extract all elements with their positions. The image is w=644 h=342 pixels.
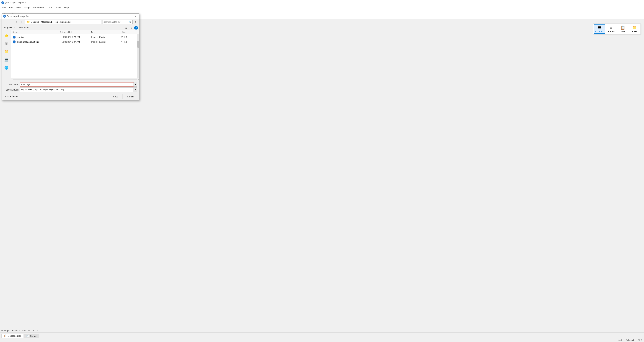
left-nav-desktop[interactable]: 🖥 (3, 40, 10, 47)
nav-up-button[interactable]: ↑ (19, 20, 24, 24)
menu-view[interactable]: View (14, 6, 23, 10)
message-label-script[interactable]: Script (32, 330, 38, 332)
hscroll-right-button[interactable]: › (138, 78, 139, 80)
view-list-button[interactable]: ☰ (124, 26, 128, 30)
app-title: (new script)* - Inquisit 7 (5, 2, 619, 4)
save-dialog: I Save Inquisit script file ✕ ← → ∨ ↑ 📁 … (2, 14, 140, 100)
message-label-attribute[interactable]: Attribute (22, 330, 30, 332)
col-type[interactable]: Type (91, 31, 122, 34)
new-folder-button[interactable]: New folder (18, 26, 30, 29)
savetype-select[interactable]: Inquisit Files (*.iqjs *.iqx *.iqjsc *.i… (20, 88, 137, 92)
file-icon-0: 🔵 (12, 36, 16, 39)
output-icon: 📄 (26, 334, 29, 337)
title-bar: I (new script)* - Inquisit 7 ─ □ ✕ (0, 0, 644, 6)
sort-view-tabs: ☰ Alphabetic ≡ Position 📋 Type 📁 Folder (593, 24, 641, 34)
filename-dropdown-arrow[interactable]: ▼ (134, 82, 137, 86)
dialog-overlay: I Save Inquisit script file ✕ ← → ∨ ↑ 📁 … (0, 10, 644, 342)
vertical-scrollbar[interactable] (137, 34, 139, 78)
menu-experiment[interactable]: Experiment (32, 6, 46, 10)
breadcrumb-batchfolder: batchfolder (60, 21, 71, 23)
window-controls: ─ □ ✕ (619, 0, 643, 6)
type-icon: 📋 (620, 26, 625, 30)
left-nav-folder[interactable]: 📁 (3, 48, 10, 55)
file-area: Name ↑ Date modified Type Size 🔵 bart.iq… (11, 30, 139, 81)
help-button[interactable]: ? (134, 26, 138, 30)
left-nav: ⭐ 🖥 📁 💻 🌐 (2, 30, 11, 81)
organize-button[interactable]: Organize ∨ (3, 26, 16, 29)
minimize-button[interactable]: ─ (619, 0, 626, 6)
savetype-row: Save as type: Inquisit Files (*.iqjs *.i… (4, 88, 137, 92)
left-nav-network[interactable]: 🌐 (3, 64, 10, 72)
network-icon: 🌐 (4, 66, 8, 70)
col-date[interactable]: Date modified (60, 31, 91, 34)
bottom-tabs: 📋 Message List 📄 Output (0, 332, 644, 338)
hscroll-left-button[interactable]: ‹ (11, 78, 13, 80)
left-nav-star[interactable]: ⭐ (3, 32, 10, 39)
col-name[interactable]: Name ↑ (12, 31, 60, 34)
search-input[interactable] (104, 21, 129, 23)
dialog-close-button[interactable]: ✕ (132, 14, 138, 19)
folder-icon: 📁 (632, 26, 636, 30)
sort-tab-folder[interactable]: 📁 Folder (629, 24, 640, 34)
scrollbar-thumb[interactable] (138, 41, 139, 48)
menu-file[interactable]: File (1, 6, 8, 10)
col-size[interactable]: Size (122, 31, 138, 34)
nav-forward-button[interactable]: → (8, 20, 13, 24)
file-size-0: 31 KB (121, 36, 136, 38)
breadcrumb-millisecond: Millisecond (41, 21, 52, 23)
tab-output-label: Output (30, 335, 36, 337)
maximize-button[interactable]: □ (627, 0, 634, 6)
dialog-content: ⭐ 🖥 📁 💻 🌐 Na (2, 30, 139, 81)
sort-tab-alphabetic[interactable]: ☰ Alphabetic (594, 24, 605, 34)
alphabetic-icon: ☰ (598, 26, 601, 30)
footer-buttons: Save Cancel (109, 94, 137, 99)
tab-output[interactable]: 📄 Output (24, 334, 39, 338)
dialog-title: Save Inquisit script file (7, 15, 132, 18)
sort-arrow-icon: ↑ (18, 31, 20, 34)
hide-folder-button[interactable]: ∧ Hide Folder (4, 95, 19, 98)
nav-back-button[interactable]: ← (3, 20, 8, 24)
left-nav-pc[interactable]: 💻 (3, 56, 10, 63)
filename-input[interactable] (20, 82, 137, 86)
type-label: Type (621, 30, 625, 32)
filename-label: File name: (4, 83, 19, 86)
message-label-message[interactable]: Message (1, 330, 10, 332)
table-row[interactable]: 🔵 bart.iqjs 10/3/2024 9:24 AM Inquisit J… (11, 34, 137, 40)
save-button[interactable]: Save (109, 94, 122, 99)
hscroll-track[interactable] (13, 78, 137, 80)
dialog-title-bar: I Save Inquisit script file ✕ (2, 14, 139, 19)
breadcrumb-icon: 📁 (26, 20, 30, 24)
sort-tab-position[interactable]: ≡ Position (606, 24, 616, 34)
menu-help[interactable]: Help (62, 6, 70, 10)
menu-edit[interactable]: Edit (8, 6, 14, 10)
menu-script[interactable]: Script (23, 6, 32, 10)
hide-folder-row: ∧ Hide Folder (4, 95, 19, 98)
app-icon: I (1, 1, 4, 4)
message-list-icon: 📋 (4, 334, 7, 337)
nav-expand-button[interactable]: ∨ (14, 20, 19, 24)
cancel-button[interactable]: Cancel (124, 94, 137, 99)
position-icon: ≡ (610, 26, 612, 30)
menu-tools[interactable]: Tools (54, 6, 62, 10)
filename-row: File name: ▼ (4, 82, 137, 86)
refresh-button[interactable]: ↻ (133, 20, 138, 24)
file-type-1: Inquisit JScript (91, 41, 121, 43)
dialog-nav: ← → ∨ ↑ 📁 Desktop › Millisecond › Help ›… (2, 19, 139, 25)
file-icon-1: 🔵 (12, 40, 16, 44)
breadcrumb[interactable]: 📁 Desktop › Millisecond › Help › batchfo… (25, 20, 101, 24)
message-label-element[interactable]: Element (12, 330, 20, 332)
search-icon: 🔍 (129, 21, 131, 23)
close-button[interactable]: ✕ (635, 0, 643, 6)
savetype-dropdown-arrow[interactable]: ▼ (134, 88, 137, 92)
savetype-label: Save as type: (4, 88, 19, 91)
message-labels: Message Element Attribute Script (0, 329, 644, 332)
table-row[interactable]: 🔵 stopsignaltask2019.iqjs 10/3/2024 9:24… (11, 40, 137, 44)
view-grid-button[interactable]: ⋮ (129, 26, 134, 30)
file-list-header: Name ↑ Date modified Type Size (11, 30, 139, 34)
menu-data[interactable]: Data (46, 6, 54, 10)
tab-message-list[interactable]: 📋 Message List (1, 334, 23, 338)
search-box[interactable]: 🔍 (102, 20, 132, 24)
status-bar: Line 0 Column 0 Ch 0 (0, 338, 644, 342)
sort-tab-type[interactable]: 📋 Type (617, 24, 628, 34)
dialog-toolbar: Organize ∨ New folder ☰ ⋮ ? (2, 25, 139, 30)
